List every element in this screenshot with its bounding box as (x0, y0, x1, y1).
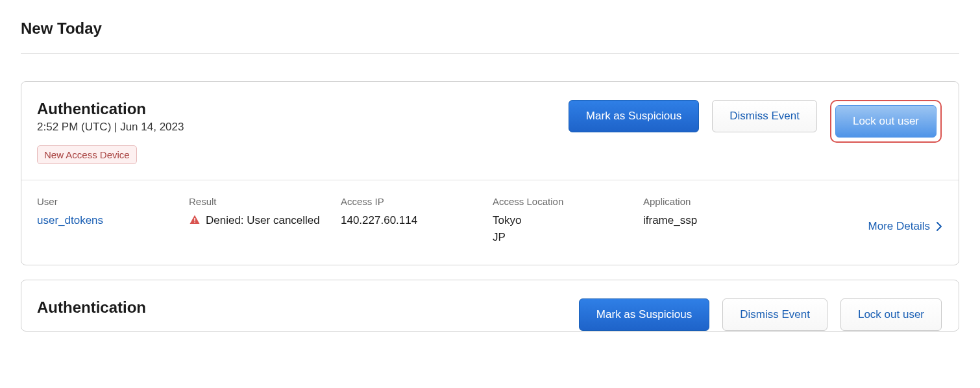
result-value: Denied: User cancelled (206, 212, 320, 229)
user-link[interactable]: user_dtokens (37, 212, 173, 229)
user-label: User (37, 196, 173, 207)
mark-suspicious-button[interactable]: Mark as Suspicious (569, 100, 699, 132)
location-line1: Tokyo (493, 212, 628, 229)
event-card: Authentication Mark as Suspicious Dismis… (21, 280, 959, 332)
location-line2: JP (493, 229, 628, 246)
lockout-highlight: Lock out user (830, 100, 942, 143)
event-details: User user_dtokens Result Denied: User ca… (21, 180, 959, 265)
dismiss-event-button[interactable]: Dismiss Event (712, 100, 817, 132)
result-label: Result (189, 196, 325, 207)
event-title: Authentication (37, 298, 579, 317)
detail-application: Application iframe_ssp (643, 196, 868, 229)
event-actions: Mark as Suspicious Dismiss Event Lock ou… (569, 100, 942, 143)
event-title: Authentication (37, 100, 569, 118)
lock-out-user-button[interactable]: Lock out user (835, 105, 937, 138)
more-details-link[interactable]: More Details (868, 208, 942, 233)
svg-rect-0 (194, 218, 195, 221)
chevron-right-icon (937, 222, 942, 231)
event-timestamp: 2:52 PM (UTC) | Jun 14, 2023 (37, 121, 569, 134)
section-title: New Today (21, 19, 959, 54)
detail-location: Access Location Tokyo JP (493, 196, 643, 245)
detail-ip: Access IP 140.227.60.114 (341, 196, 493, 229)
app-label: Application (643, 196, 853, 207)
lock-out-user-button[interactable]: Lock out user (840, 298, 942, 331)
ip-label: Access IP (341, 196, 477, 207)
dismiss-event-button[interactable]: Dismiss Event (722, 298, 827, 331)
svg-rect-1 (194, 222, 195, 223)
mark-suspicious-button[interactable]: Mark as Suspicious (579, 298, 709, 331)
event-actions: Mark as Suspicious Dismiss Event Lock ou… (579, 298, 942, 331)
event-card: Authentication 2:52 PM (UTC) | Jun 14, 2… (21, 81, 959, 265)
more-details-label: More Details (868, 220, 930, 233)
warning-icon (189, 214, 201, 226)
app-value: iframe_ssp (643, 212, 853, 229)
detail-result: Result Denied: User cancelled (189, 196, 341, 229)
event-header: Authentication Mark as Suspicious Dismis… (21, 280, 959, 331)
event-header: Authentication 2:52 PM (UTC) | Jun 14, 2… (21, 82, 959, 180)
event-tag: New Access Device (37, 145, 137, 164)
detail-user: User user_dtokens (37, 196, 189, 229)
ip-value: 140.227.60.114 (341, 212, 477, 229)
location-label: Access Location (493, 196, 628, 207)
